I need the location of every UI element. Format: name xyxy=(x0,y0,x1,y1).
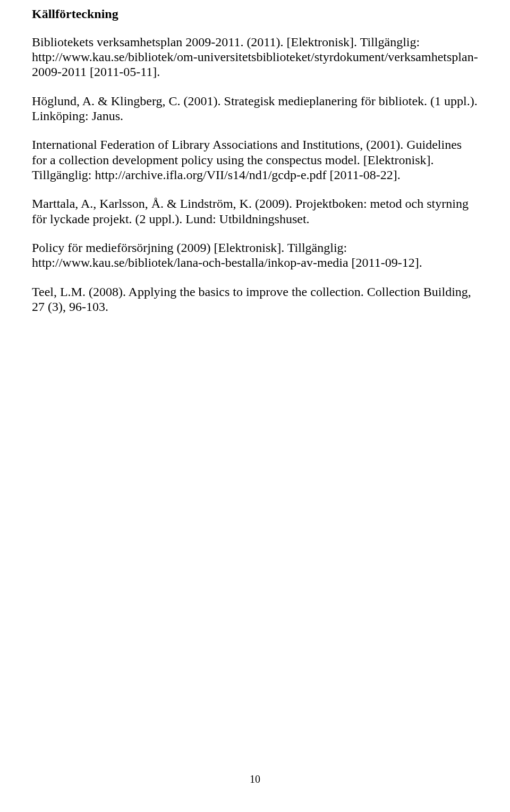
bibliography-heading: Källförteckning xyxy=(32,6,478,22)
reference-entry: International Federation of Library Asso… xyxy=(32,137,478,182)
reference-entry: Marttala, A., Karlsson, Å. & Lindström, … xyxy=(32,196,478,226)
reference-entry: Bibliotekets verksamhetsplan 2009-2011. … xyxy=(32,35,478,80)
reference-entry: Höglund, A. & Klingberg, C. (2001). Stra… xyxy=(32,94,478,124)
document-page: Källförteckning Bibliotekets verksamhets… xyxy=(0,0,510,812)
page-number: 10 xyxy=(0,773,510,785)
reference-entry: Policy för medieförsörjning (2009) [Elek… xyxy=(32,240,478,270)
reference-entry: Teel, L.M. (2008). Applying the basics t… xyxy=(32,284,478,315)
